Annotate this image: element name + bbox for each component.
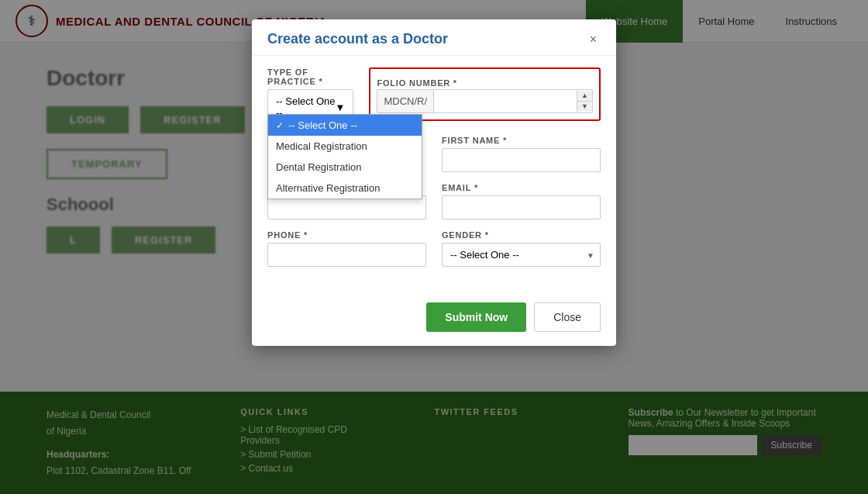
email-group: EMAIL *	[442, 183, 601, 219]
spinner-down-icon[interactable]: ▼	[577, 102, 592, 112]
dropdown-item-3[interactable]: Alternative Registration	[268, 178, 422, 199]
dropdown-arrow-icon: ▼	[336, 102, 346, 113]
first-name-input[interactable]	[442, 148, 601, 172]
folio-number-label: FOLIO NUMBER *	[377, 78, 456, 88]
spinner-up-icon[interactable]: ▲	[577, 91, 592, 102]
type-of-practice-group: TYPE OF PRACTICE * -- Select One -- ▼ ✓ …	[267, 67, 353, 125]
dropdown-item-2[interactable]: Dental Registration	[268, 157, 422, 178]
modal-body: TYPE OF PRACTICE * -- Select One -- ▼ ✓ …	[252, 56, 616, 293]
phone-input[interactable]	[267, 243, 426, 267]
folio-input-row: MDCN/R/ ▲ ▼	[377, 89, 593, 113]
gender-label: GENDER *	[442, 230, 601, 240]
close-button[interactable]: Close	[534, 302, 601, 332]
folio-prefix: MDCN/R/	[377, 90, 434, 112]
checkmark-icon: ✓	[276, 120, 284, 131]
practice-dropdown-container: -- Select One -- ▼ ✓ -- Select One -- Me…	[267, 89, 353, 125]
first-name-group: FIRST NAME *	[442, 136, 601, 172]
dropdown-item-0[interactable]: ✓ -- Select One --	[268, 115, 422, 136]
modal-close-x-button[interactable]: ×	[586, 33, 601, 47]
modal-footer: Submit Now Close	[252, 293, 616, 346]
practice-dropdown-list: ✓ -- Select One -- Medical Registration …	[267, 114, 422, 199]
folio-spinner[interactable]: ▲ ▼	[577, 91, 592, 112]
gender-select[interactable]: -- Select One -- Male Female	[442, 243, 601, 267]
dropdown-item-1[interactable]: Medical Registration	[268, 136, 422, 157]
folio-number-group: FOLIO NUMBER * MDCN/R/ ▲ ▼	[369, 67, 601, 121]
gender-select-wrapper: -- Select One -- Male Female	[442, 243, 601, 267]
form-row-4: PHONE * GENDER * -- Select One -- Male F…	[267, 230, 601, 267]
email-label: EMAIL *	[442, 183, 601, 192]
email-input[interactable]	[442, 195, 601, 219]
modal-title: Create account as a Doctor	[267, 31, 448, 47]
create-account-modal: Create account as a Doctor × TYPE OF PRA…	[252, 19, 616, 346]
type-of-practice-label: TYPE OF PRACTICE *	[267, 67, 353, 86]
modal-header: Create account as a Doctor ×	[252, 19, 616, 56]
submit-button[interactable]: Submit Now	[426, 302, 526, 332]
gender-group: GENDER * -- Select One -- Male Female	[442, 230, 601, 267]
phone-group: PHONE *	[267, 230, 426, 267]
first-name-label: FIRST NAME *	[442, 136, 601, 145]
form-row-1: TYPE OF PRACTICE * -- Select One -- ▼ ✓ …	[267, 67, 601, 125]
phone-label: PHONE *	[267, 230, 426, 240]
folio-number-input[interactable]	[434, 90, 577, 112]
